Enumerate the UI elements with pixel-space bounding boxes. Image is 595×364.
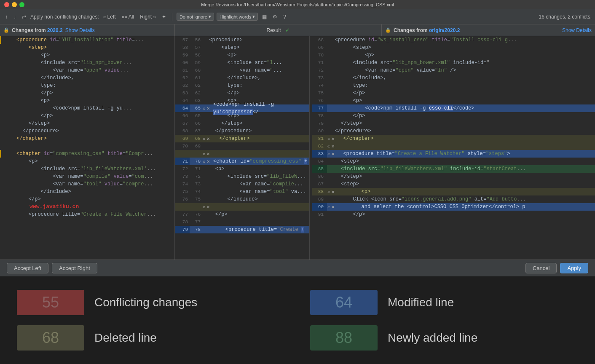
close-btn-3[interactable]: ✕ xyxy=(206,152,210,156)
right-panel-title: Changes from origin/2020.2 xyxy=(394,27,460,33)
toolbar: ↑ ↓ ⇄ Apply non-conflicting changes: « L… xyxy=(0,9,595,24)
line-content: <procedure id="YUI_installation" title=.… xyxy=(15,36,174,44)
title-bar: Merge Revisions for /Users/barbara/Webst… xyxy=(0,0,595,9)
chevron-right-icon: » xyxy=(153,14,156,20)
minimize-button[interactable] xyxy=(12,2,17,7)
close-btn-2[interactable]: ✕ xyxy=(206,136,210,141)
merge-left-btn-4[interactable]: « xyxy=(202,159,206,164)
merge-right-btn-5[interactable]: « xyxy=(327,205,330,209)
deleted-label: Deleted line xyxy=(94,331,157,345)
highlight-words-dropdown[interactable]: Highlight words ▾ xyxy=(217,13,258,21)
left-lock-icon: 🔒 xyxy=(3,27,9,33)
do-not-ignore-dropdown[interactable]: Do not ignore ▾ xyxy=(177,13,214,21)
right-panel-header: 🔒 Changes from origin/2020.2 Show Detail… xyxy=(382,24,595,36)
apply-button[interactable]: Apply xyxy=(560,263,588,273)
chevron-left-icon: « xyxy=(103,14,106,20)
changes-count: 16 changes, 2 conflicts. xyxy=(539,14,592,20)
line-num: 68 xyxy=(312,36,327,44)
close-button[interactable] xyxy=(4,2,9,7)
dropdown-arrow-icon: ▾ xyxy=(209,14,211,19)
left-button[interactable]: « Left xyxy=(102,13,118,21)
accept-left-button[interactable]: Accept Left xyxy=(7,263,48,273)
question-icon: ? xyxy=(283,14,286,20)
down-arrow-button[interactable]: ↓ xyxy=(12,13,18,21)
merge-right-btn-3[interactable]: « xyxy=(327,152,330,156)
all-button[interactable]: «» All xyxy=(120,13,136,21)
center-ln-left: 57 xyxy=(175,36,190,44)
close-right-btn-3[interactable]: ✕ xyxy=(331,152,335,156)
center-ln-right: 56 xyxy=(190,36,202,44)
right-show-details-link[interactable]: Show Details xyxy=(562,27,592,33)
magic-button[interactable]: ✦ xyxy=(160,13,168,21)
right-panel: 68 <procedure id="ws_install_csso" title… xyxy=(310,36,595,260)
table-icon-button[interactable]: ▦ xyxy=(260,13,268,21)
accept-right-button[interactable]: Accept Right xyxy=(52,263,97,273)
right-button[interactable]: Right » xyxy=(138,13,158,21)
conflict-badge: 55 xyxy=(17,290,84,315)
left-panel-title: Changes from 2020.2 xyxy=(12,27,63,33)
legend-area: 55 Conflicting changes 64 Modified line … xyxy=(0,276,595,364)
left-panel-header: 🔒 Changes from 2020.2 Show Details xyxy=(0,24,175,36)
close-conflict-btn[interactable]: ✕ xyxy=(206,106,210,111)
merge-left-btn-5[interactable]: « xyxy=(202,205,206,209)
close-btn-4[interactable]: ✕ xyxy=(206,159,210,164)
bottom-left-buttons: Accept Left Accept Right xyxy=(7,263,97,273)
all-icon: «» xyxy=(121,14,127,20)
legend-item-modified: 64 Modified line xyxy=(310,289,578,316)
left-show-details-link[interactable]: Show Details xyxy=(65,27,95,33)
cancel-button[interactable]: Cancel xyxy=(525,263,557,273)
added-badge: 88 xyxy=(310,325,378,351)
right-lock-icon: 🔒 xyxy=(385,27,391,33)
center-panel: 57 56 <procedure> 5857 <step> 5958 <p> 6… xyxy=(175,36,310,260)
checkmark-icon: ✓ xyxy=(285,27,290,33)
added-label: Newly added line xyxy=(388,331,477,345)
merge-left-btn[interactable]: « xyxy=(202,106,206,111)
merge-right-btn-4[interactable]: « xyxy=(327,190,330,194)
left-panel: <procedure id="YUI_installation" title=.… xyxy=(0,36,175,260)
legend-item-deleted: 68 Deleted line xyxy=(17,324,285,351)
close-btn-5[interactable]: ✕ xyxy=(206,205,210,209)
traffic-lights xyxy=(4,2,24,7)
center-panel-header: Result ✓ xyxy=(175,24,382,36)
legend-item-conflict: 55 Conflicting changes xyxy=(17,289,285,316)
bottom-right-buttons: Cancel Apply xyxy=(525,263,588,273)
merge-left-btn-3[interactable]: « xyxy=(202,152,206,156)
sync-button[interactable]: ⇄ xyxy=(20,13,28,21)
diff-area: <procedure id="YUI_installation" title=.… xyxy=(0,36,595,260)
close-right-btn-2[interactable]: ✕ xyxy=(331,144,335,149)
close-right-btn-5[interactable]: ✕ xyxy=(331,205,335,209)
bottom-bar: Accept Left Accept Right Cancel Apply xyxy=(0,260,595,276)
dropdown-arrow-icon-2: ▾ xyxy=(252,14,255,19)
up-arrow-button[interactable]: ↑ xyxy=(3,13,9,21)
separator-1 xyxy=(172,13,172,21)
conflict-label: Conflicting changes xyxy=(94,296,197,309)
merge-right-btn-2[interactable]: « xyxy=(327,144,330,149)
close-right-btn-1[interactable]: ✕ xyxy=(331,136,335,141)
merge-right-btn-1[interactable]: « xyxy=(327,136,330,141)
deleted-badge: 68 xyxy=(17,325,84,351)
modified-label: Modified line xyxy=(388,296,454,309)
non-conflicting-label: Apply non-conflicting changes: xyxy=(30,14,99,20)
help-button[interactable]: ? xyxy=(281,13,288,21)
maximize-button[interactable] xyxy=(19,2,24,7)
close-right-btn-4[interactable]: ✕ xyxy=(331,190,335,194)
settings-button[interactable]: ⚙ xyxy=(271,13,279,21)
modified-badge: 64 xyxy=(310,290,378,315)
panels-header: 🔒 Changes from 2020.2 Show Details Resul… xyxy=(0,24,595,36)
gear-icon: ⚙ xyxy=(273,14,277,20)
window-title: Merge Revisions for /Users/barbara/Webst… xyxy=(201,2,394,7)
legend-item-added: 88 Newly added line xyxy=(310,324,578,351)
result-label: Result xyxy=(266,27,281,33)
merge-left-btn-2[interactable]: « xyxy=(202,136,206,141)
